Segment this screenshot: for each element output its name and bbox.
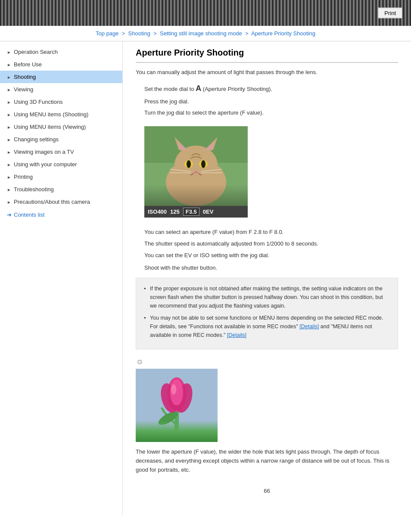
shutter-range: The shutter speed is automatically adjus… bbox=[144, 240, 398, 249]
sidebar-item-menu-viewing[interactable]: ► Using MENU items (Viewing) bbox=[0, 121, 122, 133]
arrow-icon: ► bbox=[7, 175, 11, 179]
arrow-icon: ► bbox=[7, 150, 11, 154]
arrow-icon: ► bbox=[7, 100, 11, 104]
sidebar-item-operation-search[interactable]: ► Operation Search bbox=[0, 46, 122, 58]
step-3: Turn the jog dial to select the aperture… bbox=[144, 109, 398, 118]
arrow-icon: ► bbox=[7, 187, 11, 192]
sidebar-item-precautions[interactable]: ► Precautions/About this camera bbox=[0, 196, 122, 208]
arrow-icon: ► bbox=[7, 200, 11, 204]
shoot-step: Shoot with the shutter button. bbox=[144, 264, 398, 271]
details-link-1[interactable]: [Details] bbox=[299, 324, 319, 330]
cat-image-overlay bbox=[144, 184, 248, 206]
note-item-1: If the proper exposure is not obtained a… bbox=[144, 284, 390, 310]
print-button[interactable]: Print bbox=[378, 8, 402, 19]
cat-image bbox=[144, 126, 248, 206]
sidebar-label: Viewing images on a TV bbox=[14, 149, 74, 155]
mode-letter: A bbox=[196, 84, 201, 93]
shutter-display: 125 bbox=[170, 208, 180, 215]
page-title: Aperture Priority Shooting bbox=[136, 48, 398, 63]
contents-list-label: Contents list bbox=[14, 212, 45, 218]
ev-iso-setting: You can set the EV or ISO setting with t… bbox=[144, 251, 398, 260]
contents-arrow-icon: ➔ bbox=[7, 212, 12, 218]
svg-point-10 bbox=[187, 160, 191, 168]
svg-point-11 bbox=[201, 160, 206, 168]
sidebar: ► Operation Search ► Before Use ► Shooti… bbox=[0, 41, 123, 515]
arrow-icon: ► bbox=[7, 87, 11, 92]
sidebar-label: Changing settings bbox=[14, 136, 59, 143]
sidebar-label: Using MENU items (Shooting) bbox=[14, 111, 88, 118]
sidebar-label: Shooting bbox=[14, 74, 36, 80]
content-area: Aperture Priority Shooting You can manua… bbox=[123, 41, 411, 515]
sidebar-item-shooting[interactable]: ► Shooting bbox=[0, 71, 122, 83]
arrow-icon: ► bbox=[7, 50, 11, 54]
breadcrumb-shooting[interactable]: Shooting bbox=[128, 30, 150, 37]
details-link-2[interactable]: [Details] bbox=[227, 332, 246, 338]
svg-point-25 bbox=[171, 384, 176, 395]
sidebar-item-menu-shooting[interactable]: ► Using MENU items (Shooting) bbox=[0, 108, 122, 121]
header-bar: Print bbox=[0, 0, 411, 26]
iso-display: ISO400 bbox=[148, 208, 167, 215]
step-1: Set the mode dial to A (Aperture Priorit… bbox=[144, 82, 398, 95]
intro-text: You can manually adjust the amount of li… bbox=[136, 68, 398, 77]
arrow-icon: ► bbox=[7, 137, 11, 142]
page-number: 66 bbox=[136, 488, 398, 494]
arrow-icon: ► bbox=[7, 62, 11, 67]
sidebar-label: Precautions/About this camera bbox=[14, 199, 90, 205]
breadcrumb-current: Aperture Priority Shooting bbox=[251, 30, 315, 37]
sidebar-label: Operation Search bbox=[14, 49, 58, 55]
aperture-range: You can select an aperture (F value) fro… bbox=[144, 228, 398, 237]
sidebar-item-3d-functions[interactable]: ► Using 3D Functions bbox=[0, 96, 122, 108]
sidebar-item-troubleshooting[interactable]: ► Troubleshooting bbox=[0, 183, 122, 196]
tulip-image bbox=[136, 369, 218, 442]
sidebar-item-viewing[interactable]: ► Viewing bbox=[0, 83, 122, 96]
arrow-icon: ► bbox=[7, 162, 11, 167]
tip-text: The lower the aperture (F value), the wi… bbox=[136, 447, 398, 475]
sidebar-label: Viewing bbox=[14, 86, 33, 93]
cat-image-container: ISO400 125 F3.5 0EV bbox=[144, 126, 248, 218]
camera-info-bar: ISO400 125 F3.5 0EV bbox=[144, 206, 248, 218]
step-2: Press the jog dial. bbox=[144, 97, 398, 106]
sidebar-label: Using 3D Functions bbox=[14, 99, 62, 105]
sidebar-label: Printing bbox=[14, 174, 33, 180]
arrow-icon: ► bbox=[7, 75, 11, 79]
svg-point-3 bbox=[174, 146, 218, 184]
sidebar-label: Using with your computer bbox=[14, 161, 77, 168]
sidebar-item-before-use[interactable]: ► Before Use bbox=[0, 58, 122, 71]
breadcrumb-setting[interactable]: Setting still image shooting mode bbox=[160, 30, 242, 37]
aperture-display: F3.5 bbox=[183, 208, 199, 216]
breadcrumb-top[interactable]: Top page bbox=[96, 30, 119, 37]
tip-icon: ☼ bbox=[136, 356, 398, 366]
tip-section: ☼ bbox=[136, 356, 398, 475]
arrow-icon: ► bbox=[7, 125, 11, 129]
main-layout: ► Operation Search ► Before Use ► Shooti… bbox=[0, 41, 411, 515]
tulip-green-base bbox=[136, 420, 218, 442]
breadcrumb: Top page > Shooting > Setting still imag… bbox=[0, 26, 411, 41]
sidebar-item-changing-settings[interactable]: ► Changing settings bbox=[0, 133, 122, 146]
sidebar-label: Using MENU items (Viewing) bbox=[14, 124, 86, 130]
ev-display: 0EV bbox=[203, 208, 214, 215]
arrow-icon: ► bbox=[7, 112, 11, 117]
sidebar-item-viewing-tv[interactable]: ► Viewing images on a TV bbox=[0, 146, 122, 158]
contents-list-link[interactable]: ➔ Contents list bbox=[0, 208, 122, 221]
sidebar-item-printing[interactable]: ► Printing bbox=[0, 171, 122, 183]
sidebar-label: Troubleshooting bbox=[14, 186, 54, 193]
sidebar-label: Before Use bbox=[14, 61, 42, 68]
sidebar-item-computer[interactable]: ► Using with your computer bbox=[0, 158, 122, 171]
note-box: If the proper exposure is not obtained a… bbox=[136, 278, 398, 349]
note-item-2: You may not be able to set some function… bbox=[144, 314, 390, 339]
